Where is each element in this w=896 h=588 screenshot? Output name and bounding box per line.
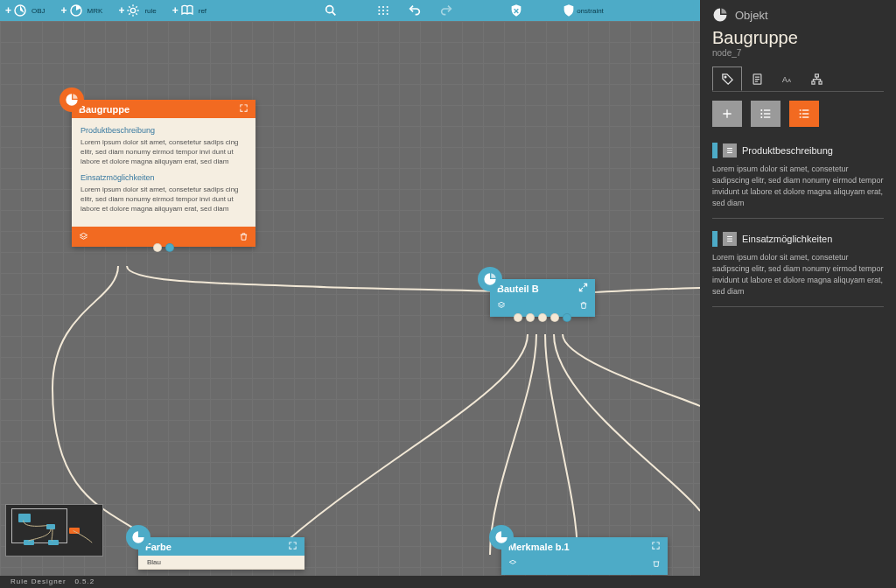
pie-icon (13, 4, 27, 18)
node-title: Merkmale b.1 (508, 542, 570, 552)
app-version: 0.5.2 (74, 578, 94, 585)
node-bauteil-b[interactable]: Bauteil B (490, 279, 595, 317)
svg-point-6 (387, 6, 388, 8)
port[interactable] (563, 313, 571, 322)
svg-point-2 (131, 8, 136, 12)
port[interactable] (550, 313, 559, 322)
tool-label: MRK (88, 7, 103, 15)
tool-add-rule[interactable]: + rule (118, 4, 156, 18)
svg-point-7 (378, 10, 380, 11)
svg-rect-27 (802, 109, 808, 110)
node-list: Blau (138, 556, 304, 570)
tab-tag[interactable] (712, 66, 742, 91)
section-title: Produktbeschreibung (80, 125, 247, 136)
svg-rect-25 (764, 116, 770, 117)
svg-point-8 (382, 10, 384, 11)
canvas[interactable]: Baugruppe Produktbeschreibung Lorem ipsu… (0, 21, 700, 576)
port[interactable] (526, 313, 535, 322)
layers-icon[interactable] (497, 298, 506, 313)
list-dots-button[interactable] (751, 101, 780, 127)
undo-button[interactable] (408, 4, 422, 18)
port[interactable] (165, 243, 174, 252)
svg-text:A: A (781, 75, 787, 84)
add-button[interactable] (712, 101, 742, 127)
svg-rect-29 (802, 113, 808, 114)
pie-icon (478, 267, 502, 291)
constraint-label: onstraint (577, 7, 604, 15)
svg-rect-17 (815, 74, 818, 76)
node-merkmale[interactable]: Merkmale b.1 (501, 537, 668, 575)
section-body: Lorem ipsum dolor sit amet, consetetur s… (80, 138, 247, 165)
pie-icon (69, 4, 83, 18)
section-title: Einsatzmöglichkeiten (80, 172, 247, 183)
drag-handle-icon[interactable] (712, 231, 718, 247)
collapse-icon[interactable] (651, 541, 661, 552)
redo-button[interactable] (439, 4, 453, 18)
panel-section-title: Einsatzmöglichkeiten (742, 234, 832, 244)
pie-icon (489, 525, 514, 550)
panel-section: Produktbeschreibung Lorem ipsum dolor si… (712, 143, 884, 219)
node-title: Bauteil B (497, 284, 539, 294)
list-lines-button[interactable] (789, 101, 819, 127)
app-name: Rule Designer (10, 578, 66, 585)
shield-x-button[interactable] (509, 4, 523, 18)
collapse-icon[interactable] (288, 541, 298, 552)
collapse-icon[interactable] (239, 103, 248, 115)
svg-rect-19 (819, 81, 822, 84)
svg-rect-26 (800, 109, 802, 110)
svg-point-22 (760, 113, 762, 115)
layers-icon[interactable] (508, 556, 517, 571)
panel-section-title: Produktbeschreibung (742, 145, 833, 156)
svg-point-5 (382, 6, 384, 8)
node-title: Baugruppe (79, 104, 130, 115)
tool-label: rule (144, 7, 156, 15)
trash-icon[interactable] (579, 298, 588, 313)
side-panel: Objekt Baugruppe node_7 AA (700, 0, 896, 588)
tool-add-ref[interactable]: + ref (172, 4, 206, 18)
svg-rect-28 (800, 113, 802, 114)
svg-rect-18 (811, 81, 814, 84)
svg-point-12 (387, 13, 388, 15)
trash-icon[interactable] (652, 556, 661, 571)
drag-handle-icon[interactable] (712, 143, 718, 158)
port[interactable] (514, 313, 522, 322)
section-body: Lorem ipsum dolor sit amet, consetetur s… (80, 186, 247, 213)
tool-label: OBJ (32, 7, 46, 15)
node-farbe[interactable]: Farbe Blau (138, 537, 304, 570)
panel-title: Baugruppe (712, 28, 884, 48)
panel-node-id: node_7 (712, 48, 884, 58)
doc-icon (723, 144, 737, 158)
svg-point-10 (378, 13, 380, 15)
doc-icon (723, 232, 737, 246)
svg-point-20 (760, 109, 762, 111)
tab-font[interactable]: AA (772, 66, 802, 91)
tool-label: ref (199, 7, 206, 15)
minimap[interactable] (5, 504, 103, 556)
tool-add-obj[interactable]: + OBJ (5, 4, 46, 18)
panel-section-body: Lorem ipsum dolor sit amet, consetetur s… (712, 164, 884, 209)
svg-rect-31 (802, 116, 808, 117)
svg-rect-30 (800, 116, 802, 117)
tab-tree[interactable] (802, 66, 831, 91)
svg-point-4 (378, 6, 380, 8)
svg-text:A: A (788, 78, 791, 83)
expand-icon[interactable] (578, 283, 588, 294)
svg-point-24 (760, 116, 762, 118)
port[interactable] (153, 243, 162, 252)
panel-tabs: AA (712, 66, 884, 92)
svg-rect-21 (764, 109, 770, 110)
search-button[interactable] (324, 4, 338, 18)
svg-point-9 (387, 10, 388, 11)
tab-doc[interactable] (742, 66, 772, 91)
svg-point-13 (724, 76, 726, 78)
grid-button[interactable] (376, 4, 390, 18)
constraint-button[interactable]: onstraint (562, 4, 604, 18)
pie-icon (60, 88, 84, 112)
panel-type-label: Objekt (735, 9, 768, 22)
panel-button-row (712, 101, 884, 127)
svg-rect-23 (764, 113, 770, 114)
node-baugruppe[interactable]: Baugruppe Produktbeschreibung Lorem ipsu… (72, 100, 256, 247)
tool-add-mrk[interactable]: + MRK (61, 4, 103, 18)
port[interactable] (538, 313, 547, 322)
svg-point-3 (326, 6, 333, 13)
